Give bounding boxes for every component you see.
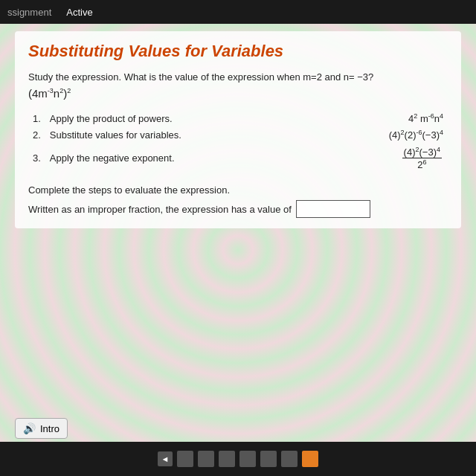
nav-bar: ◄ (0, 442, 476, 476)
main-content: Substituting Values for Variables Study … (0, 24, 476, 476)
nav-dot-2[interactable] (198, 451, 214, 467)
study-prompt: Study the expression. What is the value … (28, 71, 448, 83)
nav-dot-4[interactable] (239, 451, 256, 467)
steps-table: 1. Apply the product of powers. 42 m-6n4… (28, 110, 448, 173)
active-label: Active (66, 7, 92, 18)
step-2-num: 2. (28, 126, 45, 143)
assignment-label: ssignment (7, 7, 51, 18)
answer-input[interactable] (296, 200, 370, 218)
nav-dot-1[interactable] (177, 451, 193, 467)
intro-label: Intro (40, 423, 60, 434)
main-expression: (4m-3n2)2 (28, 87, 448, 100)
nav-dot-3[interactable] (219, 451, 235, 467)
step-1-formula: 42 m-6n4 (323, 110, 448, 126)
speaker-icon: 🔊 (23, 422, 36, 434)
step-3-formula: (4)2(−3)4 26 (323, 144, 448, 173)
step-2: 2. Substitute values for variables. (4)2… (28, 126, 448, 143)
step-3-desc: Apply the negative exponent. (45, 144, 323, 173)
step-1-desc: Apply the product of powers. (45, 110, 323, 126)
step-3: 3. Apply the negative exponent. (4)2(−3)… (28, 144, 448, 173)
page-title: Substituting Values for Variables (28, 42, 448, 61)
bottom-panel: 🔊 Intro (15, 418, 68, 439)
nav-dot-5[interactable] (260, 451, 277, 467)
step-1: 1. Apply the product of powers. 42 m-6n4 (28, 110, 448, 126)
intro-button[interactable]: 🔊 Intro (15, 418, 68, 439)
answer-text: Written as an improper fraction, the exp… (28, 204, 292, 215)
nav-arrow-left[interactable]: ◄ (158, 451, 173, 466)
nav-dot-7[interactable] (302, 451, 318, 467)
step-2-desc: Substitute values for variables. (45, 126, 323, 143)
step-2-formula: (4)2(2)-6(−3)4 (323, 126, 448, 143)
step-3-num: 3. (28, 144, 45, 173)
complete-section: Complete the steps to evaluate the expre… (28, 184, 448, 196)
answer-row: Written as an improper fraction, the exp… (28, 200, 448, 218)
step-1-num: 1. (28, 110, 45, 126)
nav-dot-6[interactable] (281, 451, 298, 467)
content-panel: Substituting Values for Variables Study … (15, 31, 461, 228)
top-bar: ssignment Active (0, 0, 476, 24)
